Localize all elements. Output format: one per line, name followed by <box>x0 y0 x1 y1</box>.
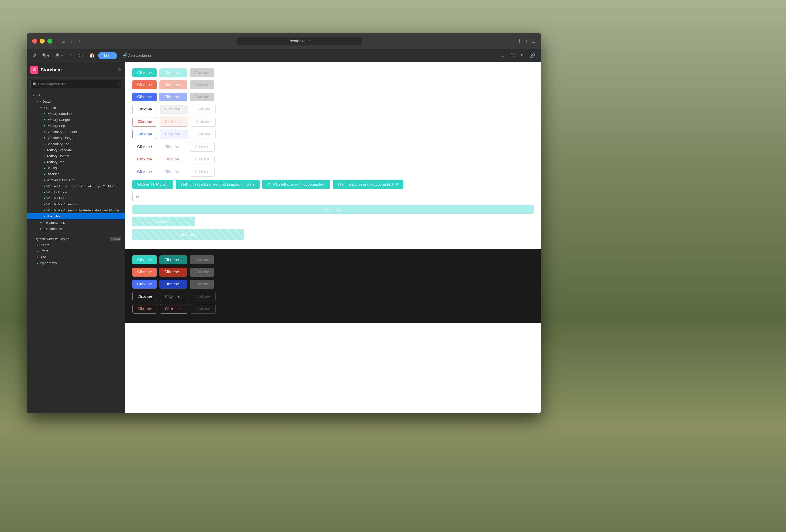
sidebar-label: ButtonIcon <box>46 227 62 231</box>
dark-btn-primary-std-default[interactable]: Click me <box>132 255 157 264</box>
btn-saving-lg[interactable]: Click me... <box>132 229 244 240</box>
sidebar-item-colors[interactable]: ● Colors <box>27 242 125 248</box>
dark-btn-secondary-danger-hover[interactable]: Click me... <box>160 304 188 314</box>
new-tab-icon[interactable]: + <box>525 38 528 44</box>
btn-saving-sm[interactable]: Click me... <box>132 205 534 214</box>
sidebar-item-effect[interactable]: ● Effect <box>27 248 125 254</box>
dark-btn-secondary-std-hover[interactable]: Click me... <box>160 292 188 301</box>
row-saving: Click me... Click me... Click me... <box>132 205 534 240</box>
sidebar-item-primary-pop[interactable]: ● Primary Pop <box>27 123 125 129</box>
sidebar-item-tertiary-danger[interactable]: ● Tertiary Danger <box>27 153 125 159</box>
sidebar-item-pulse-reduced[interactable]: ● With Pulse Animation In Prefers Reduce… <box>27 207 125 213</box>
sidebar-label: Disabled <box>46 172 60 176</box>
btn-primary-pop-hover[interactable]: Click me... <box>159 93 187 101</box>
btn-saving-md[interactable]: Click me... <box>132 216 195 227</box>
btn-icon-only[interactable]: ⚙ <box>132 192 142 202</box>
btn-primary-std-hover[interactable]: Click me... <box>159 68 187 77</box>
sidebar-item-secondary-pop[interactable]: ● Secondary Pop <box>27 141 125 147</box>
link-tool[interactable]: 🔗 <box>528 52 537 60</box>
reload-tool[interactable]: ↺ <box>30 52 38 60</box>
btn-secondary-danger-default[interactable]: Click me <box>132 117 157 126</box>
btn-right-icon[interactable]: With right icon and looooong text ⚙ <box>333 180 403 189</box>
sidebar-item-pulse-animation[interactable]: ● With Pulse Animation <box>27 201 125 207</box>
sidebar-item-html-link[interactable]: ● With An HTML Link <box>27 177 125 183</box>
btn-html-link[interactable]: With an HTML link <box>132 180 173 189</box>
minimize-button[interactable] <box>40 39 45 44</box>
btn-tertiary-std-default[interactable]: Click me <box>132 142 157 151</box>
sidebar-item-button-icon[interactable]: ▸ ● ButtonIcon <box>27 226 125 232</box>
sidebar-item-extra-large-text[interactable]: ● With An Extra Large Text That Jumps On… <box>27 183 125 189</box>
zoom-in-tool[interactable]: 🔍+ <box>40 52 52 60</box>
back-button[interactable]: ‹ <box>69 37 74 45</box>
btn-secondary-pop-hover[interactable]: Click me... <box>160 130 188 139</box>
sidebar-item-snapshot[interactable]: ● Snapshot <box>27 213 125 219</box>
sidebar-item-ui[interactable]: ▸ ● UI <box>27 92 125 98</box>
maximize-button[interactable] <box>47 39 52 44</box>
sidebar-label: Secondary Pop <box>46 142 70 146</box>
btn-extra-long[interactable]: With an extra long text that jumps on mo… <box>176 180 259 189</box>
search-input[interactable] <box>30 80 121 88</box>
sidebar-item-tertiary-pop[interactable]: ● Tertiary Pop <box>27 159 125 165</box>
btn-left-icon[interactable]: ⚙ With left icon and looooong text <box>262 180 330 189</box>
sidebar-item-size[interactable]: ● Size <box>27 254 125 260</box>
sidebar-item-netlify[interactable]: ● @netlify/netlify Design T... current <box>27 236 125 242</box>
btn-tertiary-danger-hover[interactable]: Click me... <box>159 155 187 164</box>
btn-tertiary-pop-default[interactable]: Click me <box>132 167 157 176</box>
dot-icon: ● <box>44 215 45 217</box>
share-icon[interactable]: ⬆ <box>517 38 522 44</box>
zoom-reset-tool[interactable]: ⊙ <box>67 52 75 60</box>
sidebar-item-button-sub[interactable]: ▾ ● Button <box>27 105 125 111</box>
gear-icon-right: ⚙ <box>395 182 398 187</box>
sidebar-label: Primary Pop <box>46 124 65 128</box>
dark-btn-secondary-std-default[interactable]: Click me <box>132 292 157 301</box>
dark-btn-primary-pop-default[interactable]: Click me <box>132 280 157 288</box>
sidebar-item-tertiary-standard[interactable]: ● Tertiary Standard <box>27 147 125 153</box>
dot-icon: ● <box>44 161 45 163</box>
dark-btn-primary-pop-hover[interactable]: Click me... <box>159 280 187 288</box>
sidebar-item-primary-standard[interactable]: ● Primary Standard <box>27 111 125 117</box>
sidebar-item-typography[interactable]: ● Typography <box>27 260 125 266</box>
info-tool[interactable]: ⓘ <box>77 52 85 60</box>
sidebar-item-right-icon[interactable]: ● With Right Icon <box>27 195 125 201</box>
dark-btn-primary-danger-hover[interactable]: Click me... <box>159 268 187 277</box>
dark-btn-secondary-danger-default[interactable]: Click me <box>132 304 157 314</box>
btn-secondary-std-hover[interactable]: Click me... <box>160 105 188 114</box>
sidebar-item-secondary-danger[interactable]: ● Secondary Danger <box>27 135 125 141</box>
browser-icon-group[interactable]: ⊞ <box>60 37 67 45</box>
main-layout: S Storybook ⚙ 🔍 / ▸ ● UI <box>27 62 541 413</box>
forward-button[interactable]: › <box>77 37 82 45</box>
calendar-tool[interactable]: 📅 <box>87 52 96 60</box>
settings-icon[interactable]: ⚙ <box>117 67 121 72</box>
sidebar-item-saving[interactable]: ● Saving <box>27 165 125 171</box>
btn-secondary-danger-hover[interactable]: Click me... <box>160 117 188 126</box>
btn-tertiary-pop-hover[interactable]: Click me... <box>159 167 187 176</box>
dot-icon: ● <box>44 137 45 139</box>
sidebar-item-button-folder[interactable]: ▾ ● Button <box>27 98 125 105</box>
fullscreen-tool[interactable]: ⛶ <box>509 52 517 60</box>
sidebar-item-secondary-standard[interactable]: ● Secondary Standard <box>27 129 125 135</box>
tabs-icon[interactable]: ⊟ <box>532 38 536 44</box>
dark-btn-primary-danger-default[interactable]: Click me <box>132 268 157 277</box>
btn-primary-std-default[interactable]: Click me <box>132 68 157 77</box>
btn-secondary-std-default[interactable]: Click me <box>132 105 157 114</box>
btn-secondary-pop-default[interactable]: Click me <box>132 130 157 139</box>
tab-app-container[interactable]: 🔗 App container <box>119 52 155 59</box>
sidebar-item-disabled[interactable]: ● Disabled <box>27 171 125 177</box>
sidebar-item-left-icon[interactable]: ● With Left Icon <box>27 189 125 195</box>
sidebar-label-button: Button <box>43 99 52 103</box>
sidebar-label: Tertiary Standard <box>46 148 72 152</box>
btn-tertiary-danger-default[interactable]: Click me <box>132 155 157 164</box>
btn-tertiary-std-hover[interactable]: Click me... <box>159 142 187 151</box>
btn-primary-pop-default[interactable]: Click me <box>132 93 157 101</box>
btn-primary-danger-hover[interactable]: Click me... <box>159 80 187 89</box>
close-button[interactable] <box>32 39 37 44</box>
desktop-view-tool[interactable]: ▭ <box>499 52 507 60</box>
dark-btn-primary-std-hover[interactable]: Click me... <box>159 255 187 264</box>
sidebar-item-primary-danger[interactable]: ● Primary Danger <box>27 117 125 123</box>
open-new-tool[interactable]: ⧉ <box>519 52 526 60</box>
tab-theme[interactable]: Theme <box>98 52 117 59</box>
address-bar[interactable]: localhost ↺ <box>237 37 362 45</box>
zoom-out-tool[interactable]: 🔍− <box>54 52 66 60</box>
btn-primary-danger-default[interactable]: Click me <box>132 80 157 89</box>
sidebar-item-button-group[interactable]: ▸ ● ButtonGroup <box>27 219 125 226</box>
